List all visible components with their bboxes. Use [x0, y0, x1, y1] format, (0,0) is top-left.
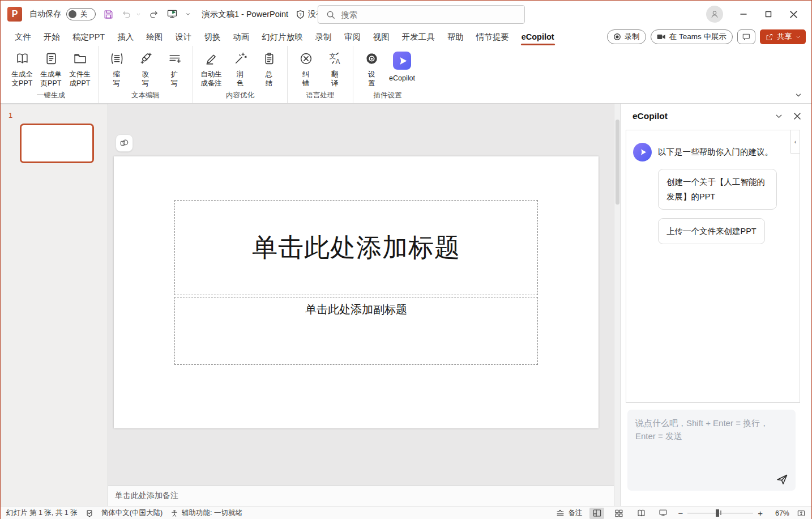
tab-insert[interactable]: 插入	[111, 28, 140, 46]
maximize-button[interactable]	[756, 1, 781, 28]
tab-animations[interactable]: 动画	[226, 28, 255, 46]
slide[interactable]: 单击此处添加标题 单击此处添加副标题	[114, 156, 599, 428]
tab-draw[interactable]: 绘图	[140, 28, 169, 46]
panel-close-icon[interactable]	[793, 112, 801, 120]
start-slideshow-button[interactable]	[166, 8, 178, 20]
suggestion-create-ai-ppt[interactable]: 创建一个关于【人工智能的发展】的PPT	[658, 169, 777, 210]
autosave-control: 自动保存 关	[29, 8, 96, 20]
view-slideshow-button[interactable]	[656, 508, 670, 519]
tab-home[interactable]: 开始	[37, 28, 66, 46]
tab-ecopilot[interactable]: eCopilot	[515, 28, 561, 46]
ribbon-ecopilot: 生成全 文PPT 生成单 页PPT 文件生 成PPT 一键生成	[1, 46, 811, 104]
comments-button[interactable]	[737, 29, 755, 44]
rewrite-button[interactable]: 改 写	[133, 50, 159, 90]
generate-single-page-ppt-button[interactable]: 生成单 页PPT	[38, 50, 64, 90]
folder-icon	[73, 52, 87, 66]
zoom-level[interactable]: 67%	[770, 509, 789, 517]
summarize-button[interactable]: 总 结	[256, 50, 282, 90]
clipboard-icon	[262, 52, 276, 66]
share-button[interactable]: 共享	[760, 29, 806, 44]
file-to-ppt-button[interactable]: 文件生 成PPT	[67, 50, 93, 90]
redo-button[interactable]	[148, 9, 159, 20]
magic-wand-icon	[233, 52, 247, 66]
tab-storyboard[interactable]: 情节提要	[470, 28, 515, 46]
search-input[interactable]	[341, 10, 499, 19]
view-slide-sorter-button[interactable]	[612, 508, 626, 519]
zoom-in-button[interactable]: +	[758, 508, 763, 518]
accessibility-status[interactable]: 辅助功能: 一切就绪	[170, 508, 242, 518]
autosave-toggle[interactable]: 关	[66, 8, 96, 20]
powerpoint-logo-icon[interactable]: P	[7, 7, 22, 22]
undo-dropdown-chevron-icon[interactable]	[136, 12, 141, 17]
toggle-knob-icon	[69, 10, 76, 18]
undo-button[interactable]	[121, 9, 132, 20]
view-reading-button[interactable]	[634, 508, 648, 519]
zoom-out-button[interactable]: −	[678, 508, 683, 518]
generate-full-ppt-button[interactable]: 生成全 文PPT	[9, 50, 35, 90]
polish-button[interactable]: 润 色	[227, 50, 253, 90]
spellcheck-button[interactable]	[86, 509, 93, 517]
share-icon	[765, 33, 773, 41]
notes-icon	[556, 509, 565, 517]
language-status[interactable]: 简体中文(中国大陆)	[101, 508, 163, 518]
ribbon-group-one-click: 生成全 文PPT 生成单 页PPT 文件生 成PPT 一键生成	[4, 46, 98, 103]
settings-button[interactable]: 设 置	[358, 50, 384, 90]
search-box[interactable]	[318, 5, 525, 24]
panel-collapse-chevron-icon[interactable]	[775, 112, 783, 121]
tab-slideshow[interactable]: 幻灯片放映	[255, 28, 309, 46]
ecopilot-greeting: 以下是一些帮助你入门的建议。	[658, 147, 773, 158]
slide-thumbnail-panel: 1	[1, 104, 108, 506]
close-button[interactable]	[781, 1, 806, 28]
condense-button[interactable]: 缩 写	[104, 50, 130, 90]
tab-review[interactable]: 审阅	[338, 28, 367, 46]
slide-thumbnail[interactable]	[20, 124, 94, 163]
document-title: 演示文稿1 - PowerPoint	[202, 9, 288, 20]
expand-button[interactable]: 扩 写	[161, 50, 187, 90]
ribbon-group-language: 纠 错 文 A 翻 译 语言处理	[287, 46, 353, 103]
tab-record[interactable]: 录制	[309, 28, 338, 46]
fit-to-window-button[interactable]	[797, 509, 806, 518]
account-avatar[interactable]	[706, 6, 723, 23]
tab-gaoding-ppt[interactable]: 稿定PPT	[66, 28, 111, 46]
tab-file[interactable]: 文件	[8, 28, 37, 46]
zoom-slider-track[interactable]	[687, 513, 753, 514]
present-in-teams-button[interactable]: 在 Teams 中展示	[651, 29, 733, 44]
notes-toggle-button[interactable]: 备注	[556, 508, 582, 518]
notes-pane[interactable]: 单击此处添加备注	[108, 485, 614, 506]
zoom-slider-handle[interactable]	[716, 509, 719, 517]
scrollbar-thumb[interactable]	[616, 120, 619, 205]
accessibility-icon	[170, 509, 178, 517]
suggestion-upload-file[interactable]: 上传一个文件来创建PPT	[658, 218, 765, 244]
tab-design[interactable]: 设计	[169, 28, 198, 46]
quick-access-chevron-icon[interactable]	[185, 11, 191, 17]
svg-text:A: A	[335, 58, 340, 66]
chat-input[interactable]	[627, 410, 796, 466]
tab-view[interactable]: 视图	[367, 28, 396, 46]
collapse-ribbon-button[interactable]	[794, 91, 802, 99]
subtitle-placeholder[interactable]: 单击此处添加副标题	[174, 297, 538, 365]
tab-help[interactable]: 帮助	[441, 28, 470, 46]
tab-developer[interactable]: 开发工具	[396, 28, 441, 46]
title-placeholder[interactable]: 单击此处添加标题	[174, 200, 538, 295]
ecopilot-avatar-icon	[633, 143, 652, 161]
minimize-button[interactable]	[731, 1, 756, 28]
card-collapse-handle[interactable]: ‹	[790, 130, 800, 154]
vertical-scrollbar[interactable]	[614, 104, 621, 506]
translate-button[interactable]: 文 A 翻 译	[322, 50, 348, 90]
save-button[interactable]	[103, 9, 114, 20]
slide-counter[interactable]: 幻灯片 第 1 张, 共 1 张	[6, 508, 78, 518]
window-controls	[706, 1, 806, 28]
autosave-label: 自动保存	[29, 9, 61, 19]
ecopilot-panel-title: eCopilot	[632, 111, 764, 121]
view-normal-button[interactable]	[589, 508, 604, 519]
ecopilot-button[interactable]: eCopilot	[387, 50, 417, 84]
tab-transitions[interactable]: 切换	[198, 28, 226, 46]
send-button[interactable]	[775, 473, 789, 486]
auto-notes-button[interactable]: 自动生 成备注	[198, 50, 224, 90]
video-camera-icon	[657, 33, 666, 41]
error-correction-button[interactable]: 纠 错	[293, 50, 319, 90]
record-button[interactable]: 录制	[607, 29, 646, 44]
expand-lines-icon	[168, 52, 182, 66]
ribbon-group-content: 自动生 成备注 润 色 总 结 内容优化	[193, 46, 287, 103]
design-ideas-button[interactable]	[116, 134, 133, 152]
